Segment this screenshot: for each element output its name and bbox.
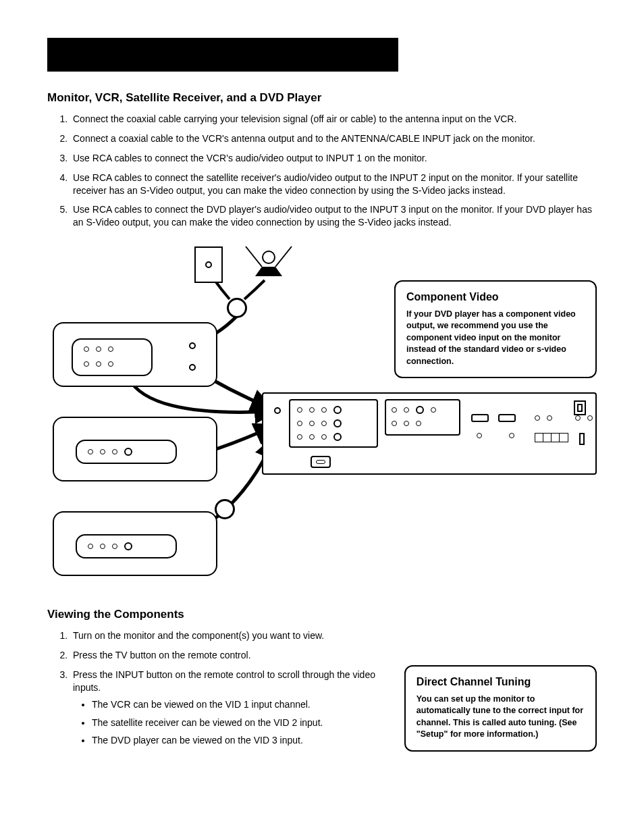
- viewing-bullet-sat: The satellite receiver can be viewed on …: [92, 716, 388, 729]
- monitor-component-bank: [385, 399, 460, 436]
- vcr-rca-jack: [96, 361, 101, 367]
- callout-component-video: Component Video If your DVD player has a…: [394, 280, 597, 378]
- viewing-sub-bullets: The VCR can be viewed on the VID 1 input…: [92, 698, 388, 748]
- splitter-node-top: [227, 298, 247, 318]
- viewing-bullet-vcr: The VCR can be viewed on the VID 1 input…: [92, 698, 388, 711]
- callout-direct-tuning: Direct Channel Tuning You can set up the…: [404, 665, 597, 752]
- callout-tuning-title: Direct Channel Tuning: [417, 675, 585, 689]
- step-3: Use RCA cables to connect the VCR's audi…: [70, 152, 597, 165]
- satellite-device: [53, 417, 217, 481]
- viewing-bullet-dvd: The DVD player can be viewed on the VID …: [92, 734, 388, 747]
- svg-point-2: [263, 251, 275, 263]
- monitor-speaker-terminals: [535, 433, 568, 442]
- monitor-vga-port: [471, 414, 489, 422]
- satellite-av-panel: [76, 440, 177, 464]
- vcr-rca-jack: [84, 346, 89, 352]
- monitor-usb-port: [574, 400, 586, 415]
- vcr-antenna-in: [189, 342, 196, 349]
- heading-section-2: Viewing the Components: [47, 607, 388, 623]
- cable-wall-outlet: [194, 246, 223, 283]
- sat-svideo-jack: [124, 448, 132, 456]
- monitor-antenna-input: [274, 407, 281, 414]
- callout-tuning-body: You can set up the monitor to automatica…: [417, 694, 585, 741]
- dvd-rca-jack: [88, 544, 93, 549]
- dvd-av-panel: [76, 534, 177, 558]
- monitor-power-inlet: [311, 456, 331, 468]
- vcr-antenna-out: [189, 364, 196, 371]
- sat-rca-jack: [100, 449, 105, 454]
- callout-component-title: Component Video: [406, 290, 585, 305]
- monitor-dvi-port: [498, 414, 516, 422]
- viewing-step-3-text: Press the INPUT button on the remote con…: [73, 669, 375, 693]
- chapter-banner: [47, 38, 398, 72]
- vcr-rca-jack: [96, 346, 101, 352]
- section-2-steps: Turn on the monitor and the component(s)…: [47, 629, 388, 747]
- step-1: Connect the coaxial cable carrying your …: [70, 113, 597, 126]
- monitor-rear-panel: [262, 392, 597, 475]
- dvd-rca-jack: [100, 544, 105, 549]
- vcr-rca-jack: [84, 361, 89, 367]
- sat-rca-jack: [88, 449, 93, 454]
- dvd-device: [53, 511, 217, 576]
- monitor-input-bank-1: [289, 399, 378, 448]
- vcr-av-panel: [72, 338, 153, 376]
- heading-section-1: Monitor, VCR, Satellite Receiver, and a …: [47, 90, 597, 106]
- step-4: Use RCA cables to connect the satellite …: [70, 172, 597, 197]
- dvd-svideo-jack: [124, 542, 132, 550]
- svg-line-0: [246, 246, 262, 267]
- vcr-rca-jack: [108, 346, 113, 352]
- connection-diagram: Component Video If your DVD player has a…: [47, 242, 597, 600]
- monitor-switch: [579, 433, 585, 445]
- vcr-device: [53, 322, 217, 387]
- dvd-rca-jack: [112, 544, 117, 549]
- sat-rca-jack: [112, 449, 117, 454]
- viewing-step-2: Press the TV button on the remote contro…: [70, 649, 388, 662]
- svg-line-1: [275, 246, 292, 267]
- step-5: Use RCA cables to connect the DVD player…: [70, 203, 597, 229]
- cable-node-dvd: [215, 499, 235, 519]
- antenna-icon: [242, 244, 296, 280]
- wall-coax-jack: [205, 261, 212, 268]
- step-2: Connect a coaxial cable to the VCR's ant…: [70, 132, 597, 145]
- callout-component-body: If your DVD player has a component video…: [406, 309, 585, 368]
- vcr-rca-jack: [108, 361, 113, 367]
- section-1-steps: Connect the coaxial cable carrying your …: [47, 113, 597, 229]
- viewing-step-3: Press the INPUT button on the remote con…: [70, 669, 388, 747]
- viewing-step-1: Turn on the monitor and the component(s)…: [70, 629, 388, 642]
